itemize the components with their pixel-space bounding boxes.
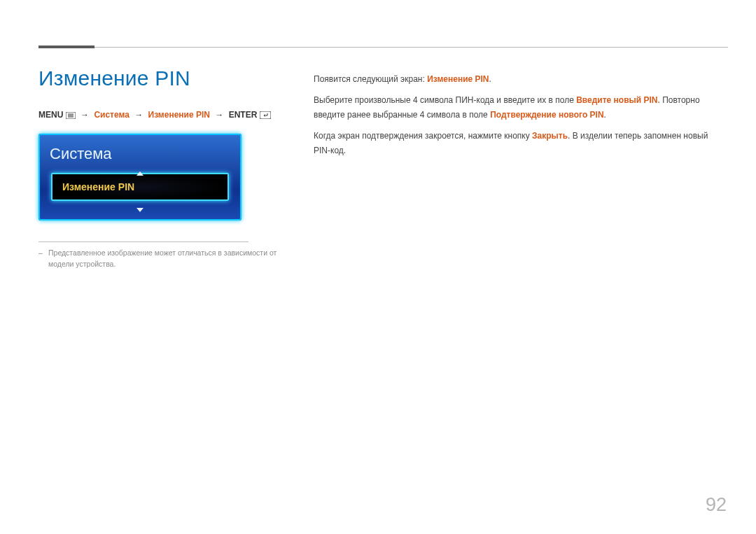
body-paragraph-3: Когда экран подтверждения закроется, наж… [314,129,727,157]
osd-menu: Система Изменение PIN [38,134,241,220]
enter-icon [260,111,271,119]
highlight-close: Закрыть [532,131,568,141]
highlight-confirm-new-pin: Подтверждение нового PIN [490,110,603,120]
breadcrumb-arrow-1: → [80,110,89,120]
breadcrumb-menu: MENU [38,110,63,120]
highlight-change-pin: Изменение PIN [427,74,489,84]
caret-down-icon[interactable] [136,205,144,213]
body-paragraph-1: Появится следующий экран: Изменение PIN. [314,72,727,86]
breadcrumb-arrow-3: → [215,110,223,120]
osd-selected-item[interactable]: Изменение PIN [51,173,229,201]
footnote-text: Представленное изображение может отличат… [38,248,290,270]
body-text-segment: . [604,110,606,120]
body-paragraph-2: Выберите произвольные 4 символа ПИН-кода… [314,93,727,122]
svg-marker-6 [136,208,144,212]
breadcrumb-system: Система [94,110,130,120]
body-text-segment: Выберите произвольные 4 символа ПИН-кода… [314,95,576,105]
body-text-segment: Появится следующий экран: [314,74,427,84]
menu-icon [66,112,76,119]
footnote-rule [38,241,248,242]
page-title: Изменение PIN [38,66,290,90]
svg-marker-5 [136,171,144,176]
highlight-enter-new-pin: Введите новый PIN [576,95,657,105]
header-rule [38,47,728,48]
page-number: 92 [706,494,727,516]
body-text-segment: Когда экран подтверждения закроется, наж… [314,131,532,141]
left-column: Изменение PIN MENU → Система → Изменение… [38,66,290,270]
header-accent [38,45,94,48]
breadcrumb-enter: ENTER [229,110,258,120]
body-text: Появится следующий экран: Изменение PIN.… [314,72,727,164]
breadcrumb-arrow-2: → [134,110,143,120]
breadcrumb-item: Изменение PIN [148,110,210,120]
caret-up-icon[interactable] [136,169,144,177]
body-text-segment: . [489,74,491,84]
breadcrumb: MENU → Система → Изменение PIN → ENTER [38,110,290,120]
